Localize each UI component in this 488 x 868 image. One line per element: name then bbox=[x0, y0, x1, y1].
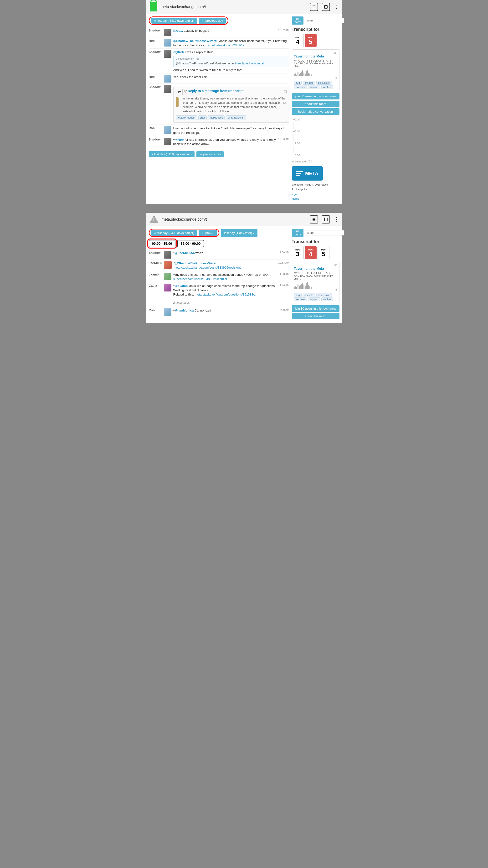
search-input-1[interactable] bbox=[305, 18, 344, 23]
search-input-2[interactable] bbox=[305, 230, 344, 236]
avatar bbox=[164, 85, 171, 93]
timeline-1: 00:00 06:00 12:00 18:00 bbox=[292, 117, 339, 158]
cal-day-5-active[interactable]: Dec 5 bbox=[305, 34, 317, 47]
room-desc-1: MY GOD, IT'S FULL OF STARS AND BACKLOG! … bbox=[294, 59, 337, 68]
meta-logo-1: META bbox=[292, 166, 323, 181]
nav-buttons-top-2: « first day (3409 days earlier) ← prev..… bbox=[149, 229, 289, 237]
cal-day-4[interactable]: Dec 4 bbox=[292, 34, 304, 47]
msg-link[interactable]: ouichefnetwork.com/2009/12/... bbox=[205, 43, 248, 47]
question-box: 12 Q: Reply to a message from transcript… bbox=[173, 86, 289, 123]
sidebar-top-2: all rooms bbox=[292, 229, 339, 237]
msg-content: Even on full side I have to click on "lo… bbox=[173, 126, 289, 135]
all-rooms-button-1[interactable]: all rooms bbox=[292, 17, 303, 25]
join-room-button-1[interactable]: join 30 users in this room now bbox=[292, 93, 339, 99]
prev-day-button-2[interactable]: ← prev... bbox=[199, 230, 217, 236]
all-rooms-button-2[interactable]: all rooms bbox=[292, 229, 303, 237]
table-row: Shadow @Ga... actually fix bugs?? 12:02 … bbox=[149, 28, 289, 37]
timezone-note-1: all times are UTC bbox=[292, 160, 339, 163]
chat-main-1: « first day (3410 days earlier) ← previo… bbox=[149, 17, 289, 201]
alert-icon bbox=[150, 215, 158, 224]
msg-user: Rob bbox=[149, 126, 162, 130]
first-day-button-1[interactable]: « first day (3410 days earlier) bbox=[151, 18, 197, 24]
avatar bbox=[164, 126, 171, 134]
nav-buttons-top-1: « first day (3410 days earlier) ← previo… bbox=[149, 17, 289, 25]
cal-day-4-active[interactable]: Dec 4 bbox=[305, 246, 317, 259]
prev-day-button-1[interactable]: ← previous day bbox=[199, 18, 226, 24]
browser-bar-1: meta.stackexchange.com/t ☰ ⋮ bbox=[147, 0, 342, 14]
page-content-2: « first day (3409 days earlier) ← prev..… bbox=[147, 226, 342, 323]
mobile-link-1[interactable]: mobile bbox=[292, 197, 299, 200]
reader-icon-2[interactable]: ☰ bbox=[310, 215, 318, 223]
msg-user: pkamb bbox=[149, 273, 162, 276]
transcript-title-2: Transcript for bbox=[292, 239, 339, 244]
question-link[interactable]: Reply to a message from transcript bbox=[188, 89, 243, 93]
msg-user: Shadow bbox=[149, 29, 162, 32]
footer-links-1: site design / logo © 2019 Stack Exchange… bbox=[292, 183, 339, 201]
sidebar-1: all rooms Transcript for Dec 4 Dec 5 30 … bbox=[292, 17, 339, 201]
msg-content: @ShadowThePrincessWizard, Mobile doesn't… bbox=[173, 39, 289, 48]
room-chart-1 bbox=[294, 69, 337, 76]
table-row: Shadow 12 Q: Reply to a message from tra… bbox=[149, 84, 289, 125]
first-day-btn-2-wrap[interactable]: « first day (3409 days earlier) ← prev..… bbox=[149, 229, 219, 237]
table-row: Rob Even on full side I have to click on… bbox=[149, 125, 289, 136]
question-tags: feature-request chat mobile-web chat-tra… bbox=[176, 115, 287, 120]
avatar bbox=[164, 261, 172, 269]
msg-content: Why does this user not have the associat… bbox=[173, 273, 278, 281]
msg-user: Shadow bbox=[149, 85, 162, 89]
mention-link[interactable]: @Ga... bbox=[173, 29, 183, 32]
about-room-button-1[interactable]: about this room bbox=[292, 101, 339, 107]
tab-icon[interactable] bbox=[322, 3, 330, 11]
prev-day-btn-bottom-1[interactable]: ← previous day bbox=[196, 151, 224, 157]
browser-icons-2: ☰ ⋮ bbox=[310, 215, 338, 223]
avatar bbox=[164, 29, 171, 36]
time-filter-15-00[interactable]: 15:00 - 00:00 bbox=[177, 240, 204, 247]
avatar bbox=[164, 137, 171, 145]
room-tags-2: bug crickets discussion excuses support … bbox=[294, 293, 337, 301]
table-row: Rob @ShadowThePrincessWizard, Mobile doe… bbox=[149, 38, 289, 49]
msg-user: Catija bbox=[149, 284, 162, 287]
room-card-1: 30 Tavern on the Meta MY GOD, IT'S FULL … bbox=[292, 50, 339, 91]
table-row: Shadow ^@user400654 who? 12:00 AM bbox=[149, 250, 289, 260]
time-filter-2: 00:00 - 15:00 15:00 - 00:00 bbox=[149, 240, 289, 247]
last-day-button-2[interactable]: last day (1 day later) » bbox=[221, 229, 258, 237]
room-name-1[interactable]: Tavern on the Meta bbox=[294, 54, 337, 58]
avatar bbox=[164, 284, 171, 291]
avatar bbox=[164, 308, 171, 316]
first-day-button-2[interactable]: « first day (3409 days earlier) bbox=[151, 230, 197, 236]
more-icon[interactable]: ⋮ bbox=[334, 4, 338, 10]
table-row: Shadow ^@Rob full site in transcript, th… bbox=[149, 137, 289, 147]
table-row: 2 hours later... bbox=[149, 299, 289, 307]
avatar bbox=[164, 251, 171, 258]
cal-day-5[interactable]: Dec 5 bbox=[318, 246, 329, 259]
cal-day-3[interactable]: Dec 3 bbox=[292, 246, 304, 259]
more-icon-2[interactable]: ⋮ bbox=[334, 216, 338, 222]
room-name-2[interactable]: Tavern on the Meta bbox=[294, 267, 337, 271]
msg-content: ^@IamMonica Cannonized bbox=[173, 308, 278, 313]
about-room-button-2[interactable]: about this room bbox=[292, 313, 339, 319]
avatar bbox=[164, 50, 171, 58]
browser-icons-1: ☰ ⋮ bbox=[310, 3, 338, 11]
msg-content: ^@ShadowThePrincessWizard meta.stackexch… bbox=[173, 261, 276, 270]
calendar-2: Dec 3 Dec 4 Dec 5 bbox=[292, 246, 339, 259]
legal-link-1[interactable]: legal bbox=[292, 193, 297, 195]
join-room-button-2[interactable]: join 30 users in this room now bbox=[292, 305, 339, 312]
chat-main-2: « first day (3409 days earlier) ← prev..… bbox=[149, 229, 289, 320]
reader-icon[interactable]: ☰ bbox=[310, 3, 318, 11]
msg-content: ^@pkamb looks like an edge case related … bbox=[173, 284, 278, 297]
sidebar-2: all rooms Transcript for Dec 3 Dec 4 Dec… bbox=[292, 229, 339, 320]
room-card-2: 30 Tavern on the Meta MY GOD, IT'S FULL … bbox=[292, 262, 339, 303]
chat-messages-1: Shadow @Ga... actually fix bugs?? 12:02 … bbox=[149, 28, 289, 147]
room-tags-1: bug crickets discussion excuses support … bbox=[294, 81, 337, 89]
table-row: Catija ^@pkamb looks like an edge case r… bbox=[149, 283, 289, 298]
msg-user: Rob bbox=[149, 308, 162, 312]
screen2: meta.stackexchange.com/t ☰ ⋮ « first day… bbox=[147, 213, 342, 323]
time-filter-00-15[interactable]: 00:00 - 15:00 bbox=[149, 240, 175, 247]
first-day-btn-1[interactable]: « first day (3410 days earlier) ← previo… bbox=[149, 17, 229, 25]
lock-icon bbox=[150, 2, 157, 11]
question-thumb bbox=[176, 97, 179, 107]
page-content-1: « first day (3410 days earlier) ← previo… bbox=[147, 14, 342, 204]
first-day-btn-bottom-1[interactable]: « first day (3410 days earlier) bbox=[149, 151, 195, 157]
bookmark-btn-1[interactable]: bookmark a conversation bbox=[292, 108, 339, 115]
msg-content: ^@user400654 who? bbox=[173, 251, 276, 255]
tab-icon-2[interactable] bbox=[322, 215, 330, 223]
